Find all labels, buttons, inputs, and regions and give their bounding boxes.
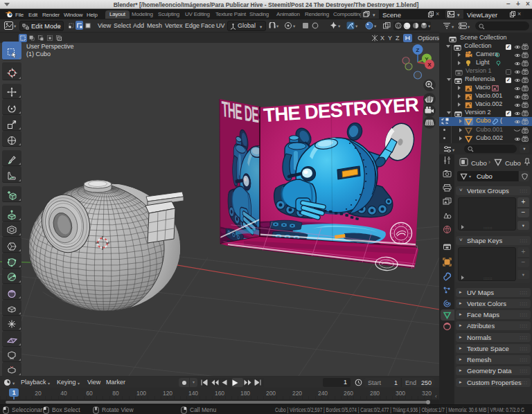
svg-text:Z: Z [416, 47, 420, 53]
svg-text:X: X [427, 62, 432, 68]
svg-text:User Perspective: User Perspective [26, 43, 74, 50]
svg-text:(1) Cubo: (1) Cubo [26, 51, 51, 57]
